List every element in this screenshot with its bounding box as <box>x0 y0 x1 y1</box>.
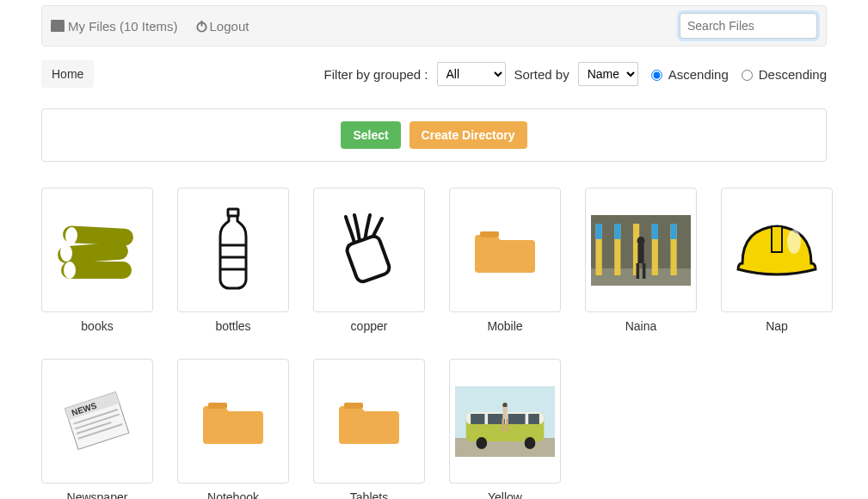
brand-label: My Files (10 Items) <box>68 19 178 34</box>
svg-rect-12 <box>480 231 499 237</box>
my-files-brand[interactable]: My Files (10 Items) <box>51 19 178 34</box>
file-thumbnail <box>47 194 147 306</box>
svg-rect-1 <box>51 20 65 22</box>
svg-rect-21 <box>652 224 658 239</box>
file-thumbnail <box>319 365 419 477</box>
svg-rect-51 <box>506 419 508 431</box>
breadcrumb-home[interactable]: Home <box>41 60 94 88</box>
copper-wire-icon <box>330 212 408 289</box>
svg-point-24 <box>637 237 644 245</box>
svg-rect-42 <box>471 414 484 424</box>
folder-icon <box>475 226 535 274</box>
file-label: copper <box>313 319 425 333</box>
svg-point-28 <box>787 230 801 254</box>
file-label: bottles <box>177 319 289 333</box>
file-thumbnail <box>455 365 555 477</box>
svg-point-46 <box>476 437 487 449</box>
file-label: Naina <box>585 319 697 333</box>
file-card[interactable] <box>177 188 289 312</box>
file-card[interactable]: NEWS <box>41 359 153 484</box>
folder-icon <box>203 397 263 445</box>
search-input[interactable] <box>680 13 817 39</box>
folder-icon <box>339 397 399 445</box>
file-thumbnail <box>455 194 555 306</box>
svg-rect-18 <box>614 224 620 239</box>
file-label: Nap <box>721 319 833 333</box>
file-card[interactable] <box>585 188 697 312</box>
file-thumbnail <box>727 194 827 306</box>
file-card[interactable] <box>177 359 289 484</box>
file-card[interactable] <box>449 188 561 312</box>
file-tile: NEWS Newspaper <box>41 359 153 499</box>
svg-rect-25 <box>637 244 643 263</box>
file-thumbnail <box>183 365 283 477</box>
svg-rect-16 <box>595 224 601 239</box>
sorted-by-select[interactable]: Name <box>578 62 638 86</box>
descending-radio[interactable] <box>742 70 753 81</box>
svg-rect-11 <box>345 234 391 283</box>
svg-rect-0 <box>51 22 65 32</box>
svg-rect-50 <box>502 419 504 431</box>
file-card[interactable] <box>41 188 153 312</box>
file-card[interactable] <box>313 188 425 312</box>
svg-point-4 <box>64 262 76 279</box>
svg-rect-7 <box>228 209 238 216</box>
file-tile: bottles <box>177 188 289 333</box>
file-label: Mobile <box>449 319 561 333</box>
file-label: Newspaper <box>41 490 153 499</box>
file-tile: Naina <box>585 188 697 333</box>
power-icon <box>195 20 208 33</box>
svg-rect-27 <box>643 263 646 279</box>
descending-label: Descending <box>759 67 827 82</box>
filter-grouped-select[interactable]: All <box>437 62 506 86</box>
file-tile: Mobile <box>449 188 561 333</box>
file-label: Notebook <box>177 490 289 499</box>
file-tile: copper <box>313 188 425 333</box>
svg-rect-44 <box>508 414 526 424</box>
file-thumbnail <box>591 194 691 306</box>
folder-stack-icon <box>51 20 65 32</box>
file-card[interactable] <box>449 359 561 484</box>
file-card[interactable] <box>721 188 833 312</box>
svg-rect-36 <box>208 403 227 409</box>
svg-point-47 <box>525 437 536 449</box>
create-directory-button[interactable]: Create Directory <box>409 121 527 149</box>
svg-rect-45 <box>528 414 539 424</box>
file-card[interactable] <box>313 359 425 484</box>
svg-rect-49 <box>502 407 507 419</box>
newspaper-icon: NEWS <box>58 387 136 456</box>
bottle-icon <box>212 207 255 293</box>
file-tile: books <box>41 188 153 333</box>
file-thumbnail <box>319 194 419 306</box>
hardhat-icon <box>734 216 820 285</box>
file-thumbnail: NEWS <box>47 365 147 477</box>
file-tile: Nap <box>721 188 833 333</box>
svg-rect-23 <box>670 224 676 239</box>
svg-rect-37 <box>344 403 363 409</box>
filter-grouped-label: Filter by grouped : <box>324 67 428 82</box>
ascending-radio[interactable] <box>651 70 662 81</box>
file-thumbnail <box>183 194 283 306</box>
file-tile: Tablets <box>313 359 425 499</box>
logout-link[interactable]: Logout <box>195 19 249 34</box>
books-icon <box>54 212 140 289</box>
svg-rect-26 <box>637 263 640 279</box>
sorted-by-label: Sorted by <box>514 67 569 82</box>
file-label: books <box>41 319 153 333</box>
ascending-label: Ascending <box>668 67 729 82</box>
file-label: Tablets <box>313 490 425 499</box>
file-label: Yellow <box>449 490 561 499</box>
logout-label: Logout <box>210 19 249 34</box>
photo-icon <box>591 215 691 286</box>
file-tile: Yellow <box>449 359 561 499</box>
select-button[interactable]: Select <box>341 121 400 149</box>
file-tile: Notebook <box>177 359 289 499</box>
photo-icon <box>455 386 555 457</box>
